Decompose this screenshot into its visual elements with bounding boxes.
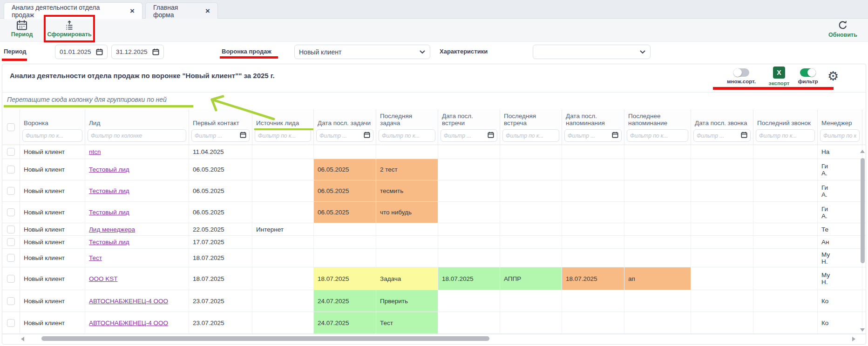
app-window: Анализ деятельности отдела продаж × Глав…: [0, 0, 868, 346]
row-checkbox[interactable]: [7, 297, 15, 305]
column-call: Последний звонокФильтр по к...: [753, 109, 818, 145]
refresh-button[interactable]: Обновить: [825, 20, 861, 38]
row-checkbox[interactable]: [7, 254, 15, 262]
cell-lead_source: [252, 290, 314, 312]
row-checkbox[interactable]: [7, 226, 15, 233]
row-checkbox[interactable]: [7, 238, 15, 246]
lead-link[interactable]: ntcn: [89, 148, 185, 155]
funnel-filter-label: Воронка продаж: [222, 48, 271, 55]
cell-task: Прверить: [376, 290, 438, 312]
cell-call_date: [691, 236, 753, 248]
period-button[interactable]: Период: [8, 20, 35, 38]
cell-task: что нибудь: [376, 202, 438, 223]
filter-call[interactable]: Фильтр по к...: [756, 129, 815, 142]
filter-lead[interactable]: Фильтр по колонке: [88, 129, 186, 142]
row-checkbox[interactable]: [7, 148, 15, 156]
column-header-manager[interactable]: Менеджер: [818, 109, 862, 128]
filter-meeting_date[interactable]: Фильтр ...: [441, 129, 497, 142]
column-header-call_date[interactable]: Дата посл. звонка: [691, 109, 753, 128]
tab-main-form[interactable]: Главная форма ×: [145, 2, 218, 19]
tab-sales-analysis[interactable]: Анализ деятельности отдела продаж ×: [4, 2, 142, 19]
vertical-scrollbar[interactable]: [860, 148, 865, 335]
column-header-meeting_date[interactable]: Дата посл. встречи: [438, 109, 500, 128]
filter-call_date[interactable]: Фильтр ...: [693, 129, 751, 142]
report-title: Анализ деятельности отдела продаж по вор…: [10, 72, 275, 80]
column-header-lead_source[interactable]: Источник лида: [252, 109, 313, 128]
calendar-icon[interactable]: [488, 132, 494, 140]
column-header-reminder_date[interactable]: Дата посл. напоминания: [562, 109, 624, 128]
filter-meeting[interactable]: Фильтр по к...: [502, 129, 559, 142]
filter-first_contact[interactable]: Фильтр ...: [191, 129, 250, 142]
gear-icon[interactable]: ⚙: [827, 69, 839, 84]
filter-reminder_date[interactable]: Фильтр ...: [564, 129, 622, 142]
column-header-task[interactable]: Последняя задача: [376, 109, 438, 128]
vertical-scrollbar-thumb[interactable]: [861, 158, 865, 263]
horizontal-scrollbar[interactable]: [2, 334, 866, 342]
scroll-down-icon[interactable]: [860, 328, 865, 332]
lead-link[interactable]: Тестовый лид: [89, 187, 185, 194]
column-header-call[interactable]: Последний звонок: [753, 109, 817, 128]
close-icon[interactable]: ×: [205, 7, 210, 15]
row-checkbox[interactable]: [7, 275, 15, 283]
lead-link[interactable]: АВТОСНАБЖЕНЕЦ-4 ООО: [89, 319, 185, 326]
filter-task_date[interactable]: Фильтр ...: [316, 129, 373, 142]
calendar-icon[interactable]: [364, 132, 370, 140]
row-select-cell: [2, 236, 20, 248]
column-header-lead[interactable]: Лид: [85, 109, 189, 128]
calendar-icon[interactable]: [741, 132, 747, 140]
row-checkbox[interactable]: [7, 319, 15, 327]
filter-placeholder: Фильтр ...: [444, 133, 488, 139]
column-header-task_date[interactable]: Дата посл. задачи: [314, 109, 376, 128]
lead-link[interactable]: АВТОСНАБЖЕНЕЦ-4 ООО: [89, 298, 185, 305]
column-header-meeting[interactable]: Последняя встреча: [500, 109, 562, 128]
generate-button[interactable]: Сформировать: [46, 20, 93, 38]
calendar-icon[interactable]: [152, 48, 159, 55]
multisort-control: множ.сорт.: [724, 68, 759, 84]
calendar-icon[interactable]: [240, 132, 246, 140]
horizontal-scrollbar-thumb[interactable]: [41, 336, 489, 341]
column-header-reminder[interactable]: Последнее напоминание: [624, 109, 691, 128]
column-header-first_contact[interactable]: Первый контакт: [189, 109, 252, 128]
close-icon[interactable]: ×: [130, 7, 135, 15]
lead-link[interactable]: ООО KST: [89, 275, 185, 282]
cell-call_date: [691, 159, 753, 180]
multisort-toggle[interactable]: [733, 68, 749, 77]
group-by-zone[interactable]: Перетащите сюда колонку для группировки …: [2, 93, 866, 109]
filter-reminder[interactable]: Фильтр по к...: [627, 129, 688, 142]
filter-lead_source[interactable]: Фильтр по к...: [255, 129, 311, 142]
cell-reminder_date: [562, 180, 624, 201]
cell-reminder_date: [562, 145, 624, 159]
date-from-input[interactable]: 01.01.2025: [55, 45, 108, 59]
column-header-funnel[interactable]: Воронка: [20, 109, 85, 128]
excel-export-icon[interactable]: X: [773, 67, 785, 79]
scroll-up-icon[interactable]: [860, 150, 865, 153]
lead-link[interactable]: Тест: [89, 254, 185, 261]
filter-funnel[interactable]: Фильтр по к...: [22, 129, 82, 142]
lead-link[interactable]: Тестовый лид: [89, 209, 185, 216]
cell-call_date: [691, 145, 753, 159]
cell-task: 2 тест: [376, 159, 438, 180]
row-checkbox[interactable]: [7, 187, 15, 195]
characteristics-select[interactable]: [533, 45, 651, 59]
cell-first_contact: 22.05.2025: [189, 223, 252, 235]
filter-label: фильтр: [798, 79, 818, 84]
lead-link[interactable]: Лид менеджера: [89, 226, 185, 233]
lead-link[interactable]: Тестовый лид: [89, 166, 185, 173]
select-all-checkbox[interactable]: [7, 123, 15, 131]
lead-link[interactable]: Тестовый лид: [89, 239, 185, 246]
scroll-left-icon[interactable]: [21, 337, 24, 341]
calendar-icon[interactable]: [612, 132, 618, 140]
filter-manager[interactable]: Фильтр по к...: [820, 129, 860, 142]
filter-task[interactable]: Фильтр по к...: [379, 129, 435, 142]
filter-toggle[interactable]: [800, 68, 816, 77]
cell-meeting_date: 18.07.2025: [438, 267, 500, 290]
calendar-icon[interactable]: [96, 48, 103, 55]
cell-funnel: Новый клиент: [20, 180, 85, 201]
cell-funnel: Новый клиент: [20, 223, 85, 235]
date-to-input[interactable]: 31.12.2025: [111, 45, 164, 59]
row-checkbox[interactable]: [7, 166, 15, 173]
scroll-right-icon[interactable]: [852, 337, 855, 341]
row-checkbox[interactable]: [7, 208, 15, 216]
cell-meeting: [500, 312, 562, 333]
funnel-select[interactable]: Новый клиент: [294, 45, 430, 59]
